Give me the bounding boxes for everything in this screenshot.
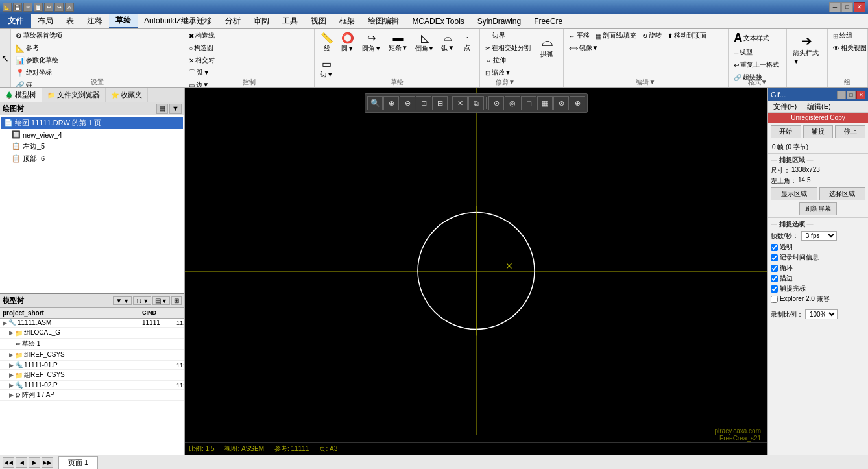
menu-item-annotation[interactable]: 注释: [80, 14, 109, 28]
move-top-btn[interactable]: ⬆移动到顶面: [665, 30, 709, 42]
menu-item-analysis[interactable]: 分析: [219, 14, 247, 28]
translate-btn[interactable]: ↔平移: [566, 30, 592, 42]
snap-btn3[interactable]: ◻: [521, 96, 536, 110]
panel-menu-edit[interactable]: 编辑(E): [802, 101, 836, 112]
hatch-btn[interactable]: ▦剖面线/填充: [593, 30, 640, 42]
dithering-checkbox[interactable]: [771, 275, 778, 282]
panel-min-btn[interactable]: ─: [837, 91, 846, 99]
mirror-btn[interactable]: ⟺镜像▼: [566, 42, 601, 54]
pan-btn[interactable]: ✕: [452, 96, 468, 110]
sketch-prefs-btn[interactable]: ⚙草绘器首选项: [14, 30, 181, 42]
cursor-checkbox[interactable]: [771, 285, 778, 293]
zoom-in2-btn[interactable]: ⊕: [383, 96, 399, 110]
model-tree-sort-btn[interactable]: ↑↓▼: [133, 296, 151, 305]
tree-item-left[interactable]: 📋 左边_5: [1, 140, 183, 152]
tree-row-sketch1[interactable]: ✏草绘 1: [0, 339, 184, 350]
line-btn[interactable]: 📏 线: [317, 30, 337, 55]
text-style-btn[interactable]: A文本样式: [731, 30, 784, 46]
draw-group-btn[interactable]: ⊞绘组: [830, 30, 865, 42]
page-next-btn[interactable]: ▶: [29, 457, 40, 468]
model-tree-grid-btn[interactable]: ⊞: [171, 296, 182, 305]
maximize-button[interactable]: □: [841, 2, 853, 12]
menu-item-review[interactable]: 审阅: [247, 14, 276, 28]
panel-max-btn[interactable]: □: [847, 91, 856, 99]
menu-item-mcadex[interactable]: MCADEx Tools: [405, 14, 470, 28]
reference-btn[interactable]: 📐参考: [14, 42, 181, 54]
tab-file-browser[interactable]: 📁 文件夹浏览器: [42, 88, 106, 102]
menu-item-sketch[interactable]: 草绘: [109, 14, 138, 28]
menu-item-freecre[interactable]: FreeCre: [527, 14, 569, 28]
tree-row-array[interactable]: ▶⚙阵列 1 / AP: [0, 390, 184, 401]
transparent-checkbox[interactable]: [771, 244, 778, 251]
timestamp-checkbox[interactable]: [771, 254, 778, 261]
zoom-out-btn[interactable]: ⊖: [400, 96, 415, 110]
abs-coord-btn[interactable]: 📍绝对坐标: [14, 67, 181, 78]
tree-row-part1[interactable]: ▶🔩11111-01.P 111: [0, 361, 184, 370]
arc2-btn[interactable]: ⌓ 弧▼: [438, 30, 457, 55]
tab-favorites[interactable]: ⭐ 收藏夹: [106, 88, 148, 102]
model-tree-filter-btn[interactable]: ▼▼: [113, 296, 132, 305]
close-button[interactable]: ✕: [854, 2, 865, 12]
explorer-checkbox[interactable]: [771, 296, 778, 303]
menu-item-drawing-edit[interactable]: 绘图编辑: [361, 14, 405, 28]
select-region-btn[interactable]: 选择区域: [819, 187, 866, 200]
fillet-btn[interactable]: ↪ 圆角▼: [359, 30, 385, 55]
point-btn[interactable]: · 点: [458, 30, 476, 55]
tree-row-local[interactable]: ▶📁组LOCAL_G: [0, 328, 184, 339]
construct-circle-btn[interactable]: ○构造圆: [187, 42, 311, 54]
refresh-screen-btn[interactable]: 刷新屏幕: [799, 202, 837, 215]
scale-btn[interactable]: ⊡缩放▼: [483, 67, 527, 78]
snap-btn4[interactable]: ▦: [537, 96, 553, 110]
window-btn[interactable]: ⧉: [468, 96, 484, 110]
page-last-btn[interactable]: ▶▶: [42, 457, 53, 468]
boundary-btn[interactable]: ⊣边界: [483, 30, 527, 42]
panel-menu-file[interactable]: 文件(F): [768, 101, 802, 112]
param-sketch-btn[interactable]: 📊参数化草绘: [14, 54, 181, 66]
show-region-btn[interactable]: 显示区域: [771, 187, 817, 200]
loop-checkbox[interactable]: [771, 265, 778, 272]
zoom-rect-btn[interactable]: ⊡: [416, 96, 431, 110]
arrow-style-btn[interactable]: ➔ 箭头样式▼: [790, 30, 824, 68]
tree-options-btn[interactable]: ▤: [156, 104, 168, 114]
menu-item-frame[interactable]: 框架: [333, 14, 361, 28]
bow-btn[interactable]: ⌓ 拱弧: [534, 30, 561, 62]
tree-row-ref2[interactable]: ▶📁组REF_CSYS: [0, 370, 184, 381]
tree-view-btn[interactable]: ▼: [169, 104, 182, 114]
tab-model-tree[interactable]: 🌲 模型树: [0, 88, 42, 102]
menu-item-view[interactable]: 视图: [304, 14, 333, 28]
repeat-format-btn[interactable]: ↩重复上一格式: [731, 59, 784, 71]
tree-item-new-view[interactable]: 🔲 new_view_4: [1, 129, 183, 140]
tree-row-asm[interactable]: ▶🔧11111.ASM 11111 111: [0, 319, 184, 328]
menu-item-tools[interactable]: 工具: [276, 14, 304, 28]
page-first-btn[interactable]: ◀◀: [3, 457, 14, 468]
stop-btn[interactable]: 停止: [835, 125, 865, 138]
menu-item-layout[interactable]: 布局: [31, 14, 60, 28]
line-type-btn[interactable]: ─线型: [731, 47, 784, 58]
arc-btn[interactable]: ⌒弧▼: [187, 67, 311, 78]
page-prev-btn[interactable]: ◀: [16, 457, 27, 468]
model-tree-expand-btn[interactable]: ▤▼: [152, 296, 170, 305]
circle-btn[interactable]: ⭕ 圆▼: [337, 30, 358, 55]
intersect-btn[interactable]: ✕相交对: [187, 54, 311, 66]
fps-select[interactable]: 1 fps 2 fps 3 fps 5 fps 10 fps: [801, 231, 837, 241]
zoom-in-btn[interactable]: 🔍: [367, 96, 383, 110]
split-intersect-btn[interactable]: ✂在相交处分割: [483, 42, 527, 54]
select-tool[interactable]: ↖: [1, 53, 9, 64]
rect-btn[interactable]: ▬ 矩条▼: [385, 30, 411, 55]
minimize-button[interactable]: ─: [829, 2, 841, 12]
construct-line-btn[interactable]: ✖构造线: [187, 30, 311, 42]
rotate-btn[interactable]: ↻旋转: [640, 30, 664, 42]
tree-row-ref1[interactable]: ▶📁组REF_CSYS: [0, 350, 184, 361]
menu-item-file[interactable]: 文件: [0, 14, 31, 28]
tree-row-part2[interactable]: ▶🔩11111-02.P 111: [0, 381, 184, 390]
snap-btn2[interactable]: ◎: [505, 96, 520, 110]
chamfer-btn[interactable]: ◺ 倒角▼: [412, 30, 438, 55]
tree-item-top[interactable]: 📋 顶部_6: [1, 152, 183, 165]
zoom-fit-btn[interactable]: ⊞: [432, 96, 448, 110]
record-select[interactable]: 50% 75% 100% 150% 200%: [805, 309, 838, 319]
snap-btn5[interactable]: ⊗: [553, 96, 569, 110]
stretch-btn[interactable]: ↔拉伸: [483, 54, 527, 66]
snap-btn6[interactable]: ⊕: [570, 96, 585, 110]
page-tab-1[interactable]: 页面 1: [58, 456, 98, 469]
start-btn[interactable]: 开始: [771, 125, 801, 138]
